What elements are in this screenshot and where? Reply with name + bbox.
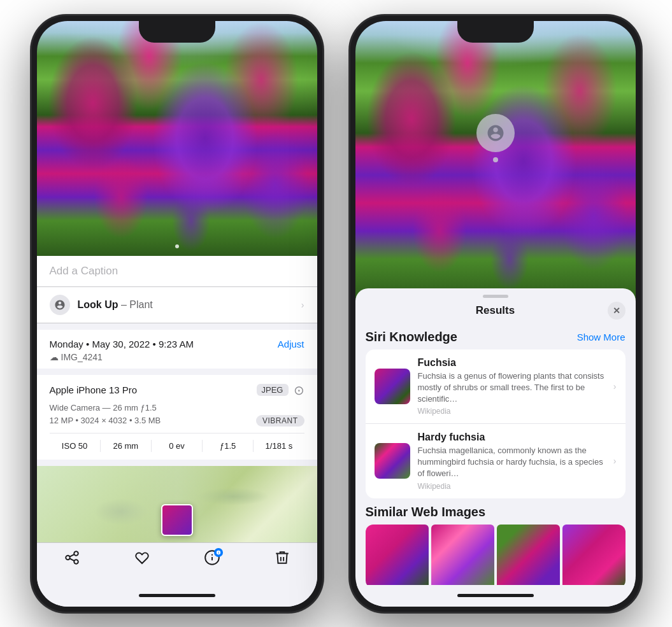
fuchsia-chevron-icon: › [613, 381, 617, 391]
caption-placeholder: Add a Caption [50, 265, 118, 277]
web-image-3[interactable] [497, 525, 560, 585]
exif-row: ISO 50 26 mm 0 ev ƒ1.5 1/181 s [50, 433, 304, 452]
hardy-thumbnail [375, 443, 410, 479]
device-section: Apple iPhone 13 Pro JPEG ⊙ Wide Camera —… [37, 375, 317, 460]
focal-value: 26 mm [101, 440, 152, 452]
look-up-chevron-icon: › [301, 300, 304, 310]
look-up-label: Look Up – Plant [78, 299, 153, 311]
fuchsia-description: Fuchsia is a genus of flowering plants t… [418, 370, 606, 405]
photo-area-right[interactable] [355, 21, 636, 301]
aperture-value: ƒ1.5 [203, 440, 254, 452]
adjust-button[interactable]: Adjust [278, 339, 304, 349]
similar-web-header: Similar Web Images [366, 505, 626, 519]
photo-area[interactable] [37, 21, 317, 256]
camera-specs: Wide Camera — 26 mm ƒ1.5 [50, 403, 304, 412]
right-phone: Results ✕ Siri Knowledge Show More [349, 15, 642, 613]
settings-icon[interactable]: ⊙ [294, 383, 304, 398]
knowledge-item-fuchsia[interactable]: Fuchsia Fuchsia is a genus of flowering … [366, 349, 626, 424]
results-content: Siri Knowledge Show More Fuchsia Fuchsia… [355, 323, 636, 585]
knowledge-item-hardy[interactable]: Hardy fuchsia Fuchsia magellanica, commo… [366, 423, 626, 498]
info-button[interactable]: i [204, 549, 220, 566]
format-badge: JPEG [257, 384, 289, 396]
flower-image [37, 21, 317, 256]
cloud-icon: ☁ [50, 352, 59, 362]
results-panel: Results ✕ Siri Knowledge Show More [355, 288, 636, 607]
meta-section: Monday • May 30, 2022 • 9:23 AM Adjust ☁… [37, 330, 317, 369]
look-up-row[interactable]: Look Up – Plant › [37, 287, 317, 323]
mp-info: 12 MP • 3024 × 4032 • 3.5 MB [50, 416, 161, 425]
photo-date: Monday • May 30, 2022 • 9:23 AM [50, 339, 194, 349]
fuchsia-source: Wikipedia [418, 407, 606, 416]
home-indicator-r [355, 585, 636, 607]
dynamic-island [139, 21, 215, 43]
show-more-button[interactable]: Show More [577, 332, 626, 342]
similar-web-title: Similar Web Images [366, 505, 486, 519]
page-indicator [175, 244, 179, 248]
share-button[interactable] [64, 549, 80, 566]
hardy-title: Hardy fuchsia [418, 432, 606, 443]
siri-knowledge-title: Siri Knowledge [366, 330, 457, 344]
hardy-source: Wikipedia [418, 482, 606, 491]
close-button[interactable]: ✕ [608, 302, 626, 320]
style-badge: VIBRANT [256, 415, 304, 426]
left-phone: Add a Caption Look Up – Plant › [31, 15, 324, 613]
lookup-dot-indicator [493, 157, 498, 162]
shutter-value: 1/181 s [254, 440, 304, 452]
device-name: Apple iPhone 13 Pro [50, 384, 138, 395]
siri-knowledge-header: Siri Knowledge Show More [366, 330, 626, 344]
filename: IMG_4241 [61, 352, 103, 362]
delete-button[interactable] [274, 549, 290, 566]
fuchsia-text: Fuchsia Fuchsia is a genus of flowering … [418, 357, 606, 416]
favorite-button[interactable] [134, 549, 150, 566]
info-panel: Add a Caption Look Up – Plant › [37, 256, 317, 607]
bottom-toolbar: i [37, 542, 317, 585]
iso-value: ISO 50 [50, 440, 101, 452]
dynamic-island-r [457, 21, 534, 43]
web-images-grid[interactable] [366, 525, 626, 585]
caption-field[interactable]: Add a Caption [37, 256, 317, 287]
results-title: Results [476, 304, 515, 317]
hardy-text: Hardy fuchsia Fuchsia magellanica, commo… [418, 432, 606, 491]
map-preview[interactable] [37, 466, 317, 542]
home-indicator [37, 585, 317, 607]
fuchsia-thumbnail [375, 369, 410, 404]
map-photo-thumbnail [161, 504, 193, 536]
knowledge-card: Fuchsia Fuchsia is a genus of flowering … [366, 349, 626, 498]
web-image-4[interactable] [562, 525, 626, 585]
hardy-chevron-icon: › [613, 456, 617, 466]
fuchsia-title: Fuchsia [418, 357, 606, 369]
results-header: Results ✕ [355, 298, 636, 323]
ev-value: 0 ev [152, 440, 203, 452]
hardy-description: Fuchsia magellanica, commonly known as t… [418, 445, 606, 480]
info-badge: i [214, 548, 223, 557]
look-up-icon [50, 295, 70, 315]
visual-lookup-icon[interactable] [476, 114, 515, 152]
web-image-1[interactable] [366, 525, 429, 585]
web-image-2[interactable] [431, 525, 494, 585]
